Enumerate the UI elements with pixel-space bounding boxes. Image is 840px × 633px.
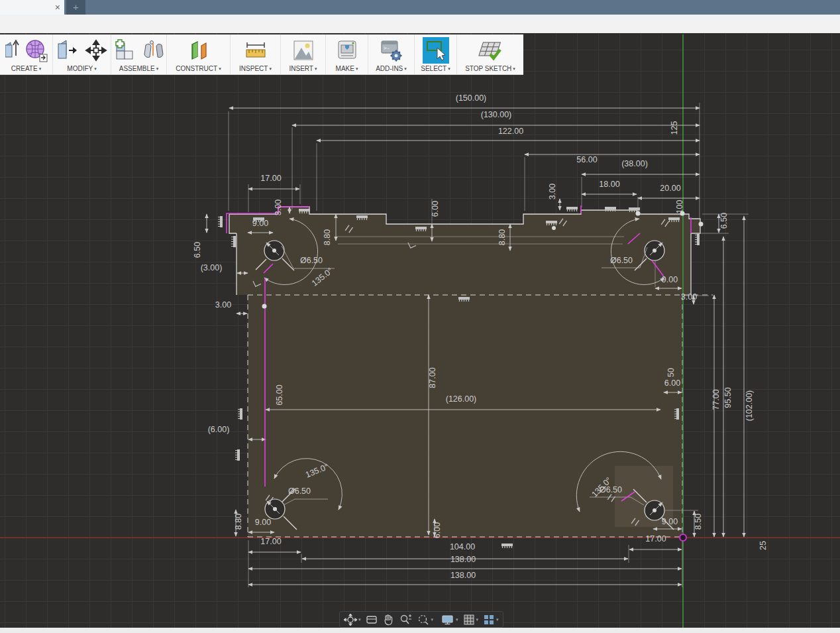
dimension-label[interactable]: 20.00 [660, 184, 680, 193]
zoom-window-button[interactable]: ▾ [417, 614, 434, 626]
pan-button[interactable] [382, 614, 394, 626]
toolbar-group-create[interactable]: CREATE▾ [0, 34, 53, 74]
dimension-label[interactable]: 50 [666, 368, 676, 377]
zoom-button[interactable] [399, 614, 412, 626]
dimension-label[interactable]: (126.00) [446, 394, 477, 404]
toolbar-group-insert[interactable]: INSERT▾ [281, 34, 326, 74]
close-tab-icon[interactable]: × [55, 2, 60, 13]
move-icon [85, 38, 107, 62]
dimension-label[interactable]: Ø6.50 [600, 485, 622, 494]
dimension-label[interactable]: 9.00 [662, 517, 678, 526]
dimension-label[interactable]: 9.00 [255, 518, 271, 527]
dimension-label[interactable]: 56.00 [576, 155, 597, 164]
grid-and-snaps-button[interactable]: ▾ [463, 614, 479, 626]
svg-text:>-: >- [384, 45, 390, 51]
dimension-label[interactable]: 8.80 [323, 229, 332, 245]
pan-icon [382, 614, 394, 626]
dimension-label[interactable]: 3.00 [274, 200, 283, 215]
toolbar-label-add-ins: ADD-INS [376, 65, 403, 72]
toolbar-group-construct[interactable]: CONSTRUCT▾ [167, 34, 231, 74]
toolbar-group-add-ins[interactable]: >- ADD-INS▾ [368, 34, 415, 74]
toolbar-group-assemble[interactable]: ASSEMBLE▾ [111, 34, 167, 74]
dimension-label[interactable]: 65.00 [275, 384, 284, 405]
chevron-down-icon: ▾ [448, 66, 450, 71]
dimension-label[interactable]: 8.80 [498, 229, 507, 245]
chevron-down-icon: ▾ [315, 66, 317, 71]
dimension-label[interactable]: 25 [759, 541, 768, 550]
dimension-label[interactable]: 17.00 [645, 534, 666, 544]
dimension-label[interactable]: 100 [675, 200, 684, 214]
dimension-label[interactable]: 17.00 [260, 537, 281, 546]
chevron-down-icon: ▾ [269, 66, 272, 71]
fusion-window: × + [0, 0, 840, 633]
toolbar-group-select[interactable]: SELECT▾ [415, 34, 457, 74]
chevron-down-icon: ▾ [404, 66, 407, 71]
toolbar-group-make[interactable]: MAKE▾ [326, 34, 368, 74]
toolbar-label-select: SELECT [421, 65, 446, 72]
orbit-button[interactable]: ▾ [344, 614, 361, 626]
chevron-down-icon: ▾ [513, 66, 515, 71]
dimension-label[interactable]: 9.00 [662, 275, 678, 284]
dimension-label[interactable]: 6.00 [431, 201, 440, 217]
dimension-label[interactable]: 77.00 [711, 389, 721, 410]
chevron-down-icon: ▾ [476, 617, 479, 622]
chevron-down-icon: ▾ [39, 66, 42, 71]
dimension-label[interactable]: Ø6.50 [300, 256, 323, 265]
dimension-label[interactable]: 8.50 [694, 514, 703, 530]
toolbar-group-stop-sketch[interactable]: STOP SKETCH▾ [457, 34, 523, 74]
construction-plane-icon [187, 38, 211, 62]
dimension-label[interactable]: 6.00 [433, 522, 442, 538]
dimension-label[interactable]: 18.00 [599, 180, 619, 189]
dimension-label[interactable]: 17.00 [260, 174, 281, 183]
dimension-label[interactable]: 122.00 [498, 127, 523, 136]
toolbar-label-construct: CONSTRUCT [176, 65, 217, 72]
toolbar-label-assemble: ASSEMBLE [119, 65, 155, 72]
dimension-label[interactable]: Ø6.50 [288, 487, 311, 496]
dimension-label[interactable]: 9.00 [252, 219, 268, 228]
dimension-label[interactable]: 6.50 [193, 242, 202, 258]
dimension-label[interactable]: 8.80 [234, 514, 243, 530]
grid-icon [463, 614, 475, 626]
dimension-label[interactable]: 87.00 [428, 367, 437, 388]
dimension-label[interactable]: 3.00 [215, 300, 231, 310]
zoom-window-icon [417, 614, 430, 626]
dimension-label[interactable]: 6.50 [719, 213, 729, 229]
dimension-label[interactable]: (150.00) [456, 93, 487, 103]
dimension-label[interactable]: (6.00) [208, 425, 230, 434]
toolbar-label-create: CREATE [11, 65, 38, 72]
joint-icon [143, 38, 164, 62]
origin-point [680, 534, 686, 541]
dimension-label[interactable]: (130.00) [481, 110, 512, 119]
dimension-label[interactable]: 95.50 [723, 387, 733, 408]
zoom-icon [399, 614, 412, 626]
new-tab-button[interactable]: + [66, 0, 85, 15]
toolbar-group-modify[interactable]: MODIFY▾ [53, 34, 111, 74]
dimension-label[interactable]: (3.00) [201, 263, 223, 272]
dimension-label[interactable]: 138.00 [450, 555, 476, 564]
chevron-down-icon: ▾ [431, 617, 434, 622]
document-tab-bar: × + [0, 0, 840, 15]
toolbar-label-insert: INSERT [289, 65, 313, 72]
look-at-button[interactable] [366, 614, 378, 626]
new-component-icon [114, 38, 138, 62]
display-settings-button[interactable]: ▾ [441, 614, 458, 626]
dimension-label[interactable]: 104.00 [450, 542, 475, 551]
view-navigation-bar: ▾ ▾ [339, 611, 503, 628]
sketch-drawing[interactable]: (150.00)(130.00)122.0056.00(38.00)18.002… [0, 33, 840, 628]
dimension-label[interactable]: Ø6.50 [610, 256, 633, 265]
toolbar-group-inspect[interactable]: INSPECT▾ [231, 34, 281, 74]
orbit-icon [344, 614, 357, 626]
dimension-label[interactable]: (102.00) [745, 390, 754, 422]
application-bar [0, 15, 840, 34]
viewports-button[interactable]: ▾ [483, 614, 499, 626]
3d-print-icon [336, 38, 358, 62]
dimension-label[interactable]: 138.00 [450, 571, 476, 580]
dimension-label[interactable]: 3.00 [548, 184, 557, 200]
dimension-label[interactable]: 125 [670, 121, 679, 135]
active-document-tab[interactable]: × [0, 0, 64, 15]
dimension-label[interactable]: 6.00 [664, 378, 680, 388]
form-sphere-icon [25, 38, 48, 62]
dimension-label[interactable]: 3.00 [681, 292, 697, 302]
chevron-down-icon: ▾ [219, 66, 221, 71]
dimension-label[interactable]: (38.00) [621, 159, 648, 168]
